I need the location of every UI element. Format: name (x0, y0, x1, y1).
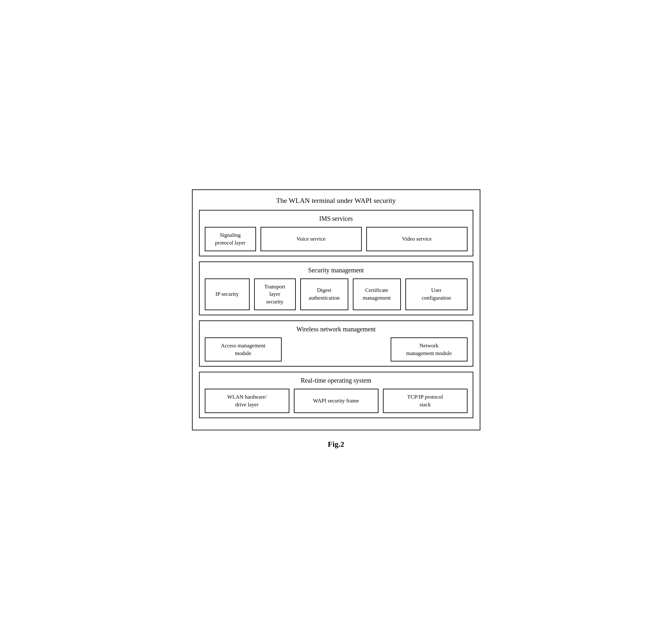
wapi-security-frame-box: WAPI security frame (294, 389, 379, 413)
wireless-section-title: Wireless network management (205, 325, 468, 333)
figure-caption: Fig.2 (328, 440, 344, 449)
tcp-ip-protocol-stack-box: TCP/IP protocolstack (383, 389, 468, 413)
signaling-protocol-layer-box: Signalingprotocol layer (205, 227, 256, 251)
transport-layer-security-box: Transportlayersecurity (254, 279, 296, 310)
ims-section: IMS services Signalingprotocol layer Voi… (199, 210, 473, 256)
security-section: Security management IP security Transpor… (199, 262, 473, 315)
wlan-hardware-drive-layer-box: WLAN hardware/drive layer (205, 389, 289, 413)
wireless-section: Wireless network management Access manag… (199, 320, 473, 367)
video-service-box: Video service (366, 227, 468, 251)
wireless-items-row: Access managementmodule Networkmanagemen… (205, 337, 468, 362)
certificate-management-box: Certificatemanagement (353, 279, 401, 310)
security-section-title: Security management (205, 267, 468, 274)
rtos-section: Real-time operating system WLAN hardware… (199, 372, 473, 418)
outer-box: The WLAN terminal under WAPI security IM… (192, 189, 481, 430)
page-container: The WLAN terminal under WAPI security IM… (192, 189, 481, 449)
ims-items-row: Signalingprotocol layer Voice service Vi… (205, 227, 468, 251)
voice-service-box: Voice service (261, 227, 362, 251)
ip-security-box: IP security (205, 279, 250, 310)
outer-title: The WLAN terminal under WAPI security (199, 197, 473, 205)
security-items-row: IP security Transportlayersecurity Diges… (205, 279, 468, 310)
user-configuration-box: Userconfiguration (405, 279, 468, 310)
rtos-items-row: WLAN hardware/drive layer WAPI security … (205, 389, 468, 413)
rtos-section-title: Real-time operating system (205, 377, 468, 384)
digest-authentication-box: Digestauthentication (300, 279, 348, 310)
access-management-module-box: Access managementmodule (205, 337, 282, 362)
ims-section-title: IMS services (205, 215, 468, 222)
network-management-module-box: Networkmanagement module (391, 337, 468, 362)
